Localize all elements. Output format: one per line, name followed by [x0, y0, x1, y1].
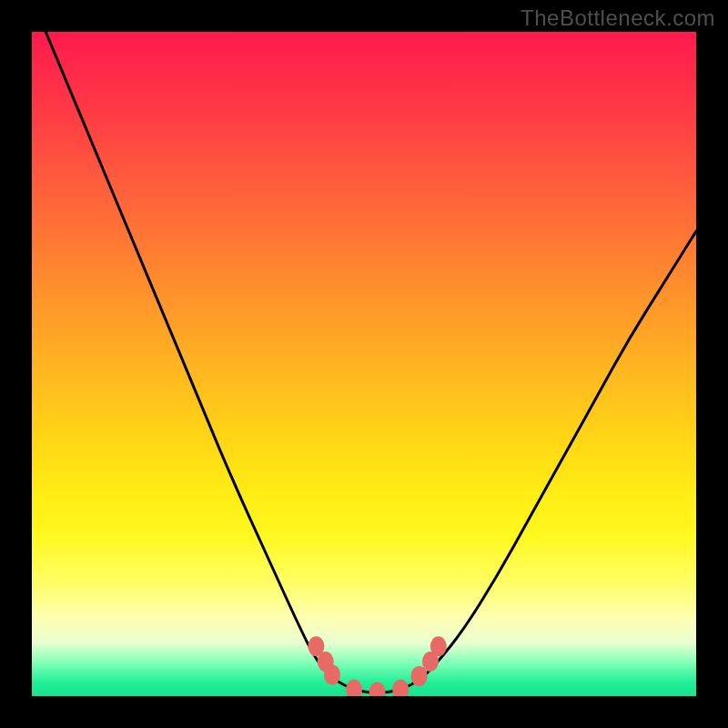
curve-marker — [346, 680, 362, 696]
curve-marker-group — [308, 636, 446, 696]
plot-area — [32, 32, 696, 696]
curve-marker — [392, 680, 409, 696]
curve-marker — [369, 682, 386, 696]
curve-marker — [411, 666, 428, 686]
chart-frame: TheBottleneck.com — [0, 0, 728, 728]
curve-svg — [32, 32, 696, 696]
curve-marker — [324, 665, 340, 685]
bottleneck-curve-line — [32, 32, 696, 693]
curve-marker — [430, 636, 447, 656]
watermark-text: TheBottleneck.com — [521, 5, 715, 31]
